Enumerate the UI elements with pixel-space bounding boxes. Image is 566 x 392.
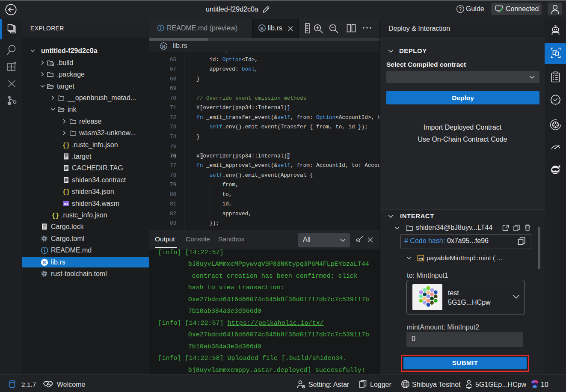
- svg-text:R: R: [260, 26, 264, 31]
- svg-text:R: R: [162, 44, 166, 49]
- svg-text:{}: {}: [52, 212, 59, 219]
- svg-text:{}: {}: [62, 142, 70, 148]
- svg-text:{}: {}: [62, 189, 70, 196]
- svg-text:?: ?: [459, 6, 462, 12]
- svg-text:WA: WA: [64, 202, 68, 205]
- svg-text:R: R: [43, 260, 46, 265]
